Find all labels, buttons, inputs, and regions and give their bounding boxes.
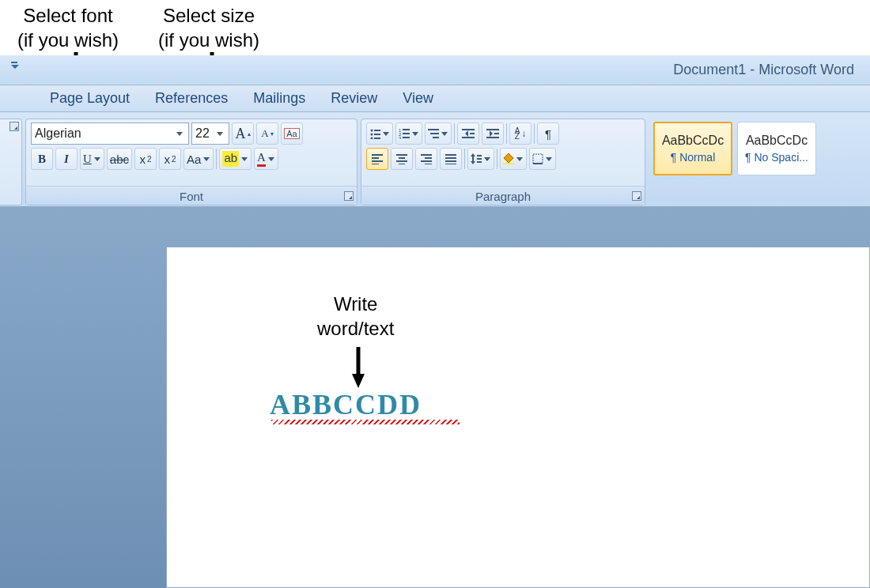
svg-marker-54 xyxy=(352,374,365,388)
chevron-down-icon[interactable] xyxy=(93,157,101,161)
clipboard-dialog-launcher-icon[interactable] xyxy=(9,122,19,131)
annotation-write: Write word/text xyxy=(317,292,394,341)
font-size-value: 22 xyxy=(195,126,214,141)
svg-rect-46 xyxy=(477,155,482,156)
chevron-down-icon[interactable] xyxy=(174,132,185,136)
svg-rect-20 xyxy=(462,129,475,130)
svg-marker-49 xyxy=(504,153,513,163)
font-name-value: Algerian xyxy=(35,126,174,141)
borders-button[interactable] xyxy=(529,148,556,170)
svg-rect-39 xyxy=(445,154,456,156)
numbering-button[interactable]: 123 xyxy=(395,122,422,145)
document-text: ABBCCDD xyxy=(270,388,422,421)
chevron-down-icon[interactable] xyxy=(382,132,390,136)
svg-marker-45 xyxy=(471,161,475,164)
chevron-down-icon[interactable] xyxy=(441,132,448,136)
svg-marker-19 xyxy=(465,130,468,137)
svg-rect-42 xyxy=(445,164,456,164)
underline-button[interactable]: U xyxy=(80,148,104,170)
style-normal[interactable]: AaBbCcDc ¶ Normal xyxy=(653,122,732,175)
svg-point-4 xyxy=(371,130,373,132)
tab-mailings[interactable]: Mailings xyxy=(253,90,305,107)
svg-rect-34 xyxy=(399,164,405,164)
group-label-font: Font xyxy=(26,186,357,205)
svg-rect-50 xyxy=(503,163,514,164)
svg-rect-35 xyxy=(421,154,432,156)
increase-indent-button[interactable] xyxy=(482,122,504,145)
subscript-button[interactable]: x2 xyxy=(134,148,157,170)
svg-rect-30 xyxy=(372,164,379,164)
svg-rect-15 xyxy=(403,137,410,138)
svg-rect-27 xyxy=(372,154,383,156)
svg-point-6 xyxy=(371,134,373,136)
clear-formatting-button[interactable]: Aa xyxy=(281,122,303,145)
justify-button[interactable] xyxy=(440,148,462,170)
decrease-indent-button[interactable] xyxy=(457,122,479,145)
font-size-combo[interactable]: 22 xyxy=(191,122,229,145)
annotation-font: Select font (if you wish) xyxy=(17,3,119,52)
bold-button[interactable]: B xyxy=(31,148,53,170)
font-color-button[interactable]: A xyxy=(254,148,278,170)
svg-rect-36 xyxy=(425,157,432,159)
shading-button[interactable] xyxy=(500,148,527,170)
chevron-down-icon[interactable] xyxy=(516,157,524,161)
grow-font-button[interactable]: A▴ xyxy=(232,122,254,145)
chevron-down-icon[interactable] xyxy=(411,132,419,136)
group-font: Algerian 22 A▴ A▾ Aa B I xyxy=(25,119,357,205)
svg-rect-16 xyxy=(428,129,439,130)
tab-references[interactable]: References xyxy=(155,90,228,107)
svg-rect-22 xyxy=(462,137,475,138)
align-left-button[interactable] xyxy=(366,148,388,170)
strikethrough-button[interactable]: abc xyxy=(107,148,132,170)
svg-rect-11 xyxy=(403,129,410,130)
svg-rect-26 xyxy=(486,137,499,138)
svg-rect-48 xyxy=(477,161,482,163)
svg-text:3: 3 xyxy=(399,136,402,139)
superscript-button[interactable]: x2 xyxy=(159,148,181,170)
paragraph-dialog-launcher-icon[interactable] xyxy=(632,191,641,201)
font-dialog-launcher-icon[interactable] xyxy=(344,191,354,201)
svg-rect-9 xyxy=(374,138,380,139)
chevron-down-icon[interactable] xyxy=(214,132,225,136)
document-page[interactable]: Write word/text ABBCCDD xyxy=(166,247,870,588)
shrink-font-button[interactable]: A▾ xyxy=(256,122,278,145)
change-case-button[interactable]: Aa xyxy=(183,148,214,170)
svg-rect-37 xyxy=(421,160,432,162)
ribbon-tabs: ert Page Layout References Mailings Revi… xyxy=(0,85,870,112)
multilevel-list-button[interactable] xyxy=(425,122,452,145)
tab-view[interactable]: View xyxy=(403,90,433,107)
align-right-button[interactable] xyxy=(415,148,437,170)
chevron-down-icon[interactable] xyxy=(267,157,275,161)
align-center-button[interactable] xyxy=(391,148,413,170)
show-hide-button[interactable]: ¶ xyxy=(537,122,559,145)
svg-rect-33 xyxy=(396,160,407,162)
chevron-down-icon[interactable] xyxy=(545,157,553,161)
ribbon: Algerian 22 A▴ A▾ Aa B I xyxy=(0,112,870,207)
line-spacing-button[interactable] xyxy=(467,148,494,170)
svg-rect-25 xyxy=(494,133,499,134)
svg-rect-32 xyxy=(399,157,405,159)
chevron-down-icon[interactable] xyxy=(240,157,248,161)
svg-rect-24 xyxy=(486,129,499,130)
highlight-button[interactable]: ab xyxy=(219,148,252,170)
svg-rect-18 xyxy=(433,137,439,138)
group-styles: AaBbCcDc ¶ Normal AaBbCcDc ¶ No Spaci... xyxy=(650,119,819,187)
bullets-button[interactable] xyxy=(366,122,393,145)
svg-marker-23 xyxy=(490,130,493,137)
italic-button[interactable]: I xyxy=(55,148,78,170)
svg-point-8 xyxy=(371,138,373,140)
svg-rect-31 xyxy=(396,154,407,156)
qat-dropdown-icon[interactable] xyxy=(11,62,19,73)
style-no-spacing[interactable]: AaBbCcDc ¶ No Spaci... xyxy=(737,122,816,175)
chevron-down-icon[interactable] xyxy=(202,157,210,161)
svg-rect-5 xyxy=(374,130,380,131)
tab-page-layout[interactable]: Page Layout xyxy=(50,90,130,107)
sort-button[interactable]: AZ↓ xyxy=(509,122,531,145)
svg-rect-52 xyxy=(533,163,543,164)
group-paragraph: 123 AZ↓ ¶ xyxy=(361,119,645,205)
tab-review[interactable]: Review xyxy=(331,90,377,107)
chevron-down-icon[interactable] xyxy=(483,157,491,161)
title-bar: Document1 - Microsoft Word xyxy=(0,55,870,85)
font-name-combo[interactable]: Algerian xyxy=(31,122,189,145)
arrow-write-icon xyxy=(350,347,366,388)
